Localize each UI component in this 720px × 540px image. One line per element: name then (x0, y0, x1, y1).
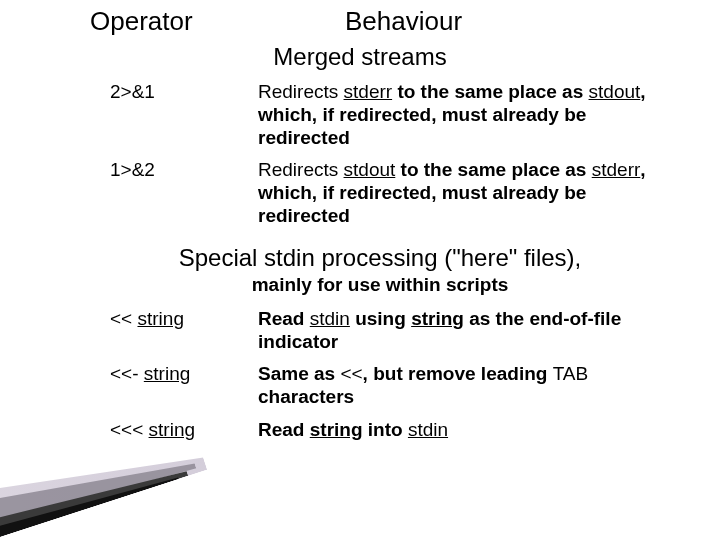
desc-code: stderr (592, 159, 641, 180)
table-row: 1>&2 Redirects stdout to the same place … (110, 155, 670, 233)
desc-text: Redirects (258, 81, 344, 102)
desc-text: to the same place as (395, 159, 591, 180)
desc-text: characters (258, 386, 354, 407)
desc-text: Read (258, 419, 310, 440)
desc-arg: stdin (408, 419, 448, 440)
behaviour-cell: Redirects stdout to the same place as st… (258, 155, 670, 233)
desc-text: , but remove leading (363, 363, 553, 384)
desc-code: << (340, 363, 362, 384)
desc-text: into (363, 419, 408, 440)
op-symbol: << (110, 308, 137, 329)
section-merged-streams-title: Merged streams (0, 43, 720, 71)
operator-cell: <<< string (110, 415, 258, 448)
table-row: << string Read stdin using string as the… (110, 304, 670, 360)
desc-text: Same as (258, 363, 340, 384)
op-arg: string (149, 419, 195, 440)
merged-streams-table: 2>&1 Redirects stderr to the same place … (110, 77, 670, 234)
desc-code: stdin (310, 308, 350, 329)
table-row: <<- string Same as <<, but remove leadin… (110, 359, 670, 415)
header-operator: Operator (90, 6, 290, 37)
op-arg: string (144, 363, 190, 384)
behaviour-cell: Same as <<, but remove leading TAB chara… (258, 359, 670, 415)
slide: Operator Behaviour Merged streams 2>&1 R… (0, 0, 720, 540)
desc-code: string (310, 419, 363, 440)
desc-arg: TAB (553, 363, 589, 384)
op-symbol: <<- (110, 363, 144, 384)
op-symbol: <<< (110, 419, 149, 440)
section-here-files-title: Special stdin processing ("here" files), (0, 244, 720, 272)
section-here-files-subtitle: mainly for use within scripts (0, 274, 720, 296)
op-arg: string (137, 308, 183, 329)
column-headers: Operator Behaviour (0, 0, 720, 37)
table-row: 2>&1 Redirects stderr to the same place … (110, 77, 670, 155)
desc-arg: string (411, 308, 464, 329)
behaviour-cell: Read stdin using string as the end-of-fi… (258, 304, 670, 360)
operator-cell: <<- string (110, 359, 258, 415)
behaviour-cell: Read string into stdin (258, 415, 670, 448)
desc-text: Read (258, 308, 310, 329)
desc-text: to the same place as (392, 81, 588, 102)
desc-text: using (350, 308, 411, 329)
table-row: <<< string Read string into stdin (110, 415, 670, 448)
desc-code: stdout (344, 159, 396, 180)
behaviour-cell: Redirects stderr to the same place as st… (258, 77, 670, 155)
desc-code: stderr (344, 81, 393, 102)
desc-text: Redirects (258, 159, 344, 180)
operator-cell: 2>&1 (110, 77, 258, 155)
desc-code: stdout (589, 81, 641, 102)
operator-cell: 1>&2 (110, 155, 258, 233)
here-files-table: << string Read stdin using string as the… (110, 304, 670, 448)
header-behaviour: Behaviour (290, 6, 680, 37)
operator-cell: << string (110, 304, 258, 360)
